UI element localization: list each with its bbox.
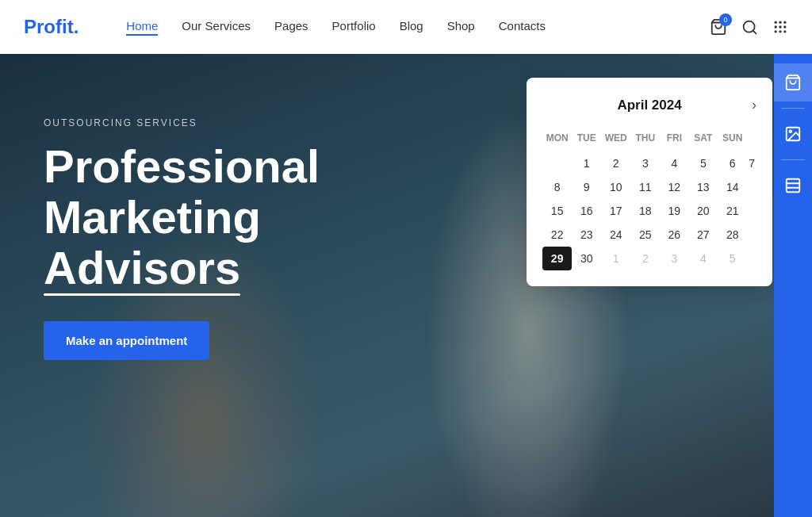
logo-dot: . [74,16,79,37]
svg-point-10 [779,30,781,33]
main-nav: Home Our Services Pages Portfolio Blog S… [126,19,710,36]
sidebar-divider-1 [781,108,805,109]
calendar-day[interactable]: 6 [718,151,747,175]
calendar-day[interactable]: 14 [718,175,747,199]
calendar-day[interactable]: 27 [689,223,718,247]
calendar-day[interactable]: 26 [660,223,688,247]
hero-title-line2: Marketing [44,191,261,243]
calendar-day[interactable]: 3 [630,151,660,175]
hero-label: OUTSOURCING SERVICES [44,117,320,128]
svg-point-3 [775,21,777,24]
calendar-day[interactable]: 2 [601,151,630,175]
calendar-day[interactable]: 20 [689,199,718,223]
sidebar-image-icon[interactable] [774,115,812,153]
hero-title-line3: Advisors [44,243,240,293]
cart-button[interactable]: 0 [710,18,727,36]
apps-button[interactable] [772,19,788,35]
calendar-day[interactable]: 19 [660,199,688,223]
svg-point-8 [783,25,786,28]
hero-title-line1: Professional [44,140,320,192]
calendar-day[interactable]: 1 [601,247,630,270]
calendar-month-year: April 2024 [617,98,681,113]
header: Profit. Home Our Services Pages Portfoli… [0,0,812,54]
svg-point-7 [779,25,781,28]
svg-point-14 [789,130,791,132]
sidebar-divider-2 [781,159,805,160]
calendar-day[interactable]: 13 [689,175,718,199]
calendar-day[interactable]: 9 [572,175,601,199]
nav-contacts[interactable]: Contacts [499,19,546,36]
nav-shop[interactable]: Shop [447,19,475,36]
nav-blog[interactable]: Blog [400,19,423,36]
calendar-day[interactable]: 17 [601,199,630,223]
nav-home[interactable]: Home [126,19,158,36]
calendar-day[interactable]: 22 [542,223,572,247]
calendar-day[interactable]: 5 [689,151,718,175]
right-sidebar [774,54,812,517]
svg-point-11 [783,30,786,33]
calendar-day[interactable]: 4 [689,247,718,270]
hero-section: OUTSOURCING SERVICES Professional Market… [0,54,812,517]
logo-text: Profit [24,16,74,37]
weekday-fri: FRI [660,129,688,151]
svg-point-9 [775,30,777,33]
search-button[interactable] [741,19,758,36]
calendar-day[interactable]: 1 [572,151,601,175]
calendar-day[interactable]: 16 [572,199,601,223]
calendar-day[interactable] [542,151,572,175]
weekday-sat: SAT [689,129,718,151]
weekday-sun: SUN [718,129,747,151]
weekday-thu: THU [630,129,660,151]
logo[interactable]: Profit. [24,16,79,38]
calendar-day[interactable]: 24 [601,223,630,247]
weekday-tue: TUE [572,129,601,151]
calendar-day[interactable]: 21 [718,199,747,223]
calendar-day[interactable]: 23 [572,223,601,247]
calendar-day[interactable]: 25 [630,223,660,247]
calendar-grid: MON TUE WED THU FRI SAT SUN 123456789101… [542,129,756,270]
svg-line-2 [753,30,756,33]
nav-portfolio[interactable]: Portfolio [332,19,376,36]
calendar-next-button[interactable]: › [752,97,756,113]
calendar-widget: April 2024 › MON TUE WED THU FRI SAT SUN… [527,78,772,286]
calendar-day[interactable]: 10 [601,175,630,199]
header-icons: 0 [710,18,788,36]
calendar-day[interactable]: 15 [542,199,572,223]
sidebar-layout-icon[interactable] [774,167,812,205]
calendar-day[interactable]: 3 [660,247,688,270]
weekday-wed: WED [601,129,630,151]
nav-our-services[interactable]: Our Services [182,19,251,36]
calendar-day[interactable]: 28 [718,223,747,247]
calendar-day[interactable]: 29 [542,247,572,270]
calendar-day[interactable]: 12 [660,175,688,199]
svg-rect-15 [787,179,800,193]
cart-badge: 0 [719,13,732,26]
calendar-day[interactable]: 30 [572,247,601,270]
weekday-mon: MON [542,129,572,151]
cta-button[interactable]: Make an appointment [44,321,209,360]
calendar-day[interactable]: 8 [542,175,572,199]
svg-point-4 [779,21,781,24]
svg-point-5 [783,21,786,24]
svg-point-6 [775,25,777,28]
calendar-day[interactable]: 18 [630,199,660,223]
calendar-day[interactable]: 7 [747,151,756,175]
hero-content: OUTSOURCING SERVICES Professional Market… [44,117,320,360]
nav-pages[interactable]: Pages [274,19,308,36]
calendar-day[interactable]: 5 [718,247,747,270]
calendar-day[interactable]: 11 [630,175,660,199]
calendar-header: April 2024 › [542,97,756,113]
calendar-day[interactable]: 4 [660,151,688,175]
calendar-day[interactable]: 2 [630,247,660,270]
hero-title: Professional Marketing Advisors [44,141,320,293]
sidebar-cart-icon[interactable] [774,63,812,101]
